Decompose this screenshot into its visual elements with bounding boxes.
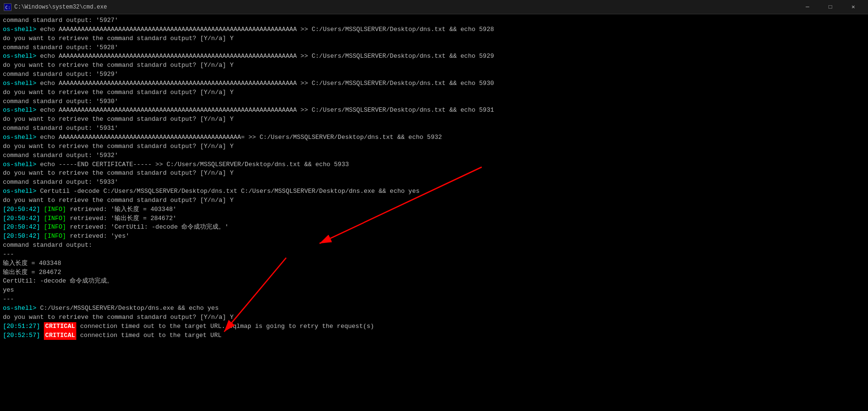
terminal-text: do you want to retrieve the command stan… xyxy=(3,196,234,205)
terminal-text: command standard output: '5929' xyxy=(3,70,118,79)
close-button[interactable]: ✕ xyxy=(842,0,864,14)
terminal-text: do you want to retrieve the command stan… xyxy=(3,115,234,124)
critical-message: connection timed out to the target URL. … xyxy=(76,322,374,331)
minimize-button[interactable]: ─ xyxy=(796,0,818,14)
shell-command: echo AAAAAAAAAAAAAAAAAAAAAAAAAAAAAAAAAAA… xyxy=(40,25,494,34)
terminal-line: os-shell> echo AAAAAAAAAAAAAAAAAAAAAAAAA… xyxy=(3,25,865,34)
shell-prompt: os-shell> xyxy=(3,25,40,34)
log-timestamp: [20:50:42] xyxy=(3,223,40,232)
terminal-line: do you want to retrieve the command stan… xyxy=(3,196,865,205)
terminal-text: command standard output: '5933' xyxy=(3,178,118,187)
log-tag: [INFO] xyxy=(44,214,66,223)
terminal-line: do you want to retrieve the command stan… xyxy=(3,34,865,43)
terminal-line: os-shell> echo AAAAAAAAAAAAAAAAAAAAAAAAA… xyxy=(3,106,865,115)
terminal-text: yes xyxy=(3,286,14,295)
shell-prompt: os-shell> xyxy=(3,133,40,142)
terminal-line: [20:50:42] [INFO] retrieved: '输出长度 = 284… xyxy=(3,214,865,223)
critical-message: connection timed out to the target URL xyxy=(76,331,221,340)
terminal-line: command standard output: '5927' xyxy=(3,16,865,25)
critical-badge: CRITICAL xyxy=(44,331,76,340)
shell-command: Certutil -decode C:/Users/MSSQLSERVER/De… xyxy=(40,187,420,196)
window-controls: ─ □ ✕ xyxy=(796,0,864,14)
log-tag: [INFO] xyxy=(44,223,66,232)
shell-command: echo AAAAAAAAAAAAAAAAAAAAAAAAAAAAAAAAAAA… xyxy=(40,133,442,142)
log-message: retrieved: '输出长度 = 284672' xyxy=(66,214,176,223)
terminal-text: do you want to retrieve the command stan… xyxy=(3,313,234,322)
terminal-line: --- xyxy=(3,295,865,304)
terminal-text: CertUtil: -decode 命令成功完成。 xyxy=(3,277,113,286)
shell-command: C:/Users/MSSQLSERVER/Desktop/dns.exe && … xyxy=(40,304,218,313)
terminal-line: CertUtil: -decode 命令成功完成。 xyxy=(3,277,865,286)
maximize-button[interactable]: □ xyxy=(819,0,841,14)
shell-command: echo AAAAAAAAAAAAAAAAAAAAAAAAAAAAAAAAAAA… xyxy=(40,106,494,115)
shell-prompt: os-shell> xyxy=(3,304,40,313)
window-title: C:\Windows\system32\cmd.exe xyxy=(14,4,796,11)
terminal-line: os-shell> echo AAAAAAAAAAAAAAAAAAAAAAAAA… xyxy=(3,133,865,142)
shell-command: echo AAAAAAAAAAAAAAAAAAAAAAAAAAAAAAAAAAA… xyxy=(40,52,494,61)
terminal-line: --- xyxy=(3,250,865,259)
terminal-text: command standard output: '5927' xyxy=(3,16,118,25)
terminal-line: do you want to retrieve the command stan… xyxy=(3,313,865,322)
terminal-line: do you want to retrieve the command stan… xyxy=(3,88,865,97)
terminal-line: command standard output: xyxy=(3,241,865,250)
terminal-line: [20:50:42] [INFO] retrieved: 'CertUtil: … xyxy=(3,223,865,232)
log-message: retrieved: 'yes' xyxy=(66,232,130,241)
terminal-text: do you want to retrieve the command stan… xyxy=(3,34,234,43)
cmd-icon: C: xyxy=(4,3,11,11)
terminal-line: command standard output: '5929' xyxy=(3,70,865,79)
log-tag: [INFO] xyxy=(44,205,66,214)
log-message: retrieved: 'CertUtil: -decode 命令成功完成。' xyxy=(66,223,229,232)
terminal-line: do you want to retrieve the command stan… xyxy=(3,115,865,124)
terminal-line: 输出长度 = 284672 xyxy=(3,268,865,277)
terminal-text: do you want to retrieve the command stan… xyxy=(3,169,234,178)
terminal-line: os-shell> echo -----END CERTIFICATE-----… xyxy=(3,160,865,169)
terminal-text: --- xyxy=(3,250,14,259)
shell-prompt: os-shell> xyxy=(3,79,40,88)
terminal-line: 输入长度 = 403348 xyxy=(3,259,865,268)
log-message: retrieved: '输入长度 = 403348' xyxy=(66,205,176,214)
terminal-text: --- xyxy=(3,295,14,304)
terminal-line: do you want to retrieve the command stan… xyxy=(3,61,865,70)
log-timestamp: [20:50:42] xyxy=(3,205,40,214)
terminal-line: os-shell> C:/Users/MSSQLSERVER/Desktop/d… xyxy=(3,304,865,313)
terminal-text: command standard output: '5931' xyxy=(3,124,118,133)
terminal-line: yes xyxy=(3,286,865,295)
terminal-text: command standard output: '5930' xyxy=(3,97,118,106)
shell-prompt: os-shell> xyxy=(3,160,40,169)
log-timestamp: [20:50:42] xyxy=(3,214,40,223)
shell-command: echo -----END CERTIFICATE----- >> C:/Use… xyxy=(40,160,349,169)
terminal-line: do you want to retrieve the command stan… xyxy=(3,169,865,178)
terminal-line: [20:52:57] CRITICAL connection timed out… xyxy=(3,331,865,340)
log-timestamp: [20:51:27] xyxy=(3,322,40,331)
shell-prompt: os-shell> xyxy=(3,52,40,61)
terminal-line: command standard output: '5930' xyxy=(3,97,865,106)
terminal-line: do you want to retrieve the command stan… xyxy=(3,142,865,151)
terminal-line: command standard output: '5933' xyxy=(3,178,865,187)
svg-text:C:: C: xyxy=(5,5,10,10)
terminal-line: [20:50:42] [INFO] retrieved: 'yes' xyxy=(3,232,865,241)
shell-prompt: os-shell> xyxy=(3,106,40,115)
shell-prompt: os-shell> xyxy=(3,187,40,196)
terminal-line: [20:51:27] CRITICAL connection timed out… xyxy=(3,322,865,331)
terminal-line: command standard output: '5928' xyxy=(3,43,865,53)
terminal-text: do you want to retrieve the command stan… xyxy=(3,142,234,151)
terminal-text: command standard output: '5932' xyxy=(3,151,118,160)
terminal[interactable]: command standard output: '5927'os-shell>… xyxy=(0,14,868,411)
terminal-text: 输入长度 = 403348 xyxy=(3,259,61,268)
terminal-line: os-shell> echo AAAAAAAAAAAAAAAAAAAAAAAAA… xyxy=(3,52,865,61)
log-tag: [INFO] xyxy=(44,232,66,241)
terminal-line: command standard output: '5931' xyxy=(3,124,865,133)
critical-badge: CRITICAL xyxy=(44,322,76,331)
shell-command: echo AAAAAAAAAAAAAAAAAAAAAAAAAAAAAAAAAAA… xyxy=(40,79,494,88)
terminal-line: os-shell> Certutil -decode C:/Users/MSSQ… xyxy=(3,187,865,196)
terminal-line: command standard output: '5932' xyxy=(3,151,865,160)
terminal-line: [20:50:42] [INFO] retrieved: '输入长度 = 403… xyxy=(3,205,865,214)
terminal-text: command standard output: '5928' xyxy=(3,43,118,53)
terminal-text: 输出长度 = 284672 xyxy=(3,268,61,277)
terminal-text: do you want to retrieve the command stan… xyxy=(3,88,234,97)
terminal-text: command standard output: xyxy=(3,241,92,250)
terminal-wrapper: command standard output: '5927'os-shell>… xyxy=(0,14,868,411)
log-timestamp: [20:52:57] xyxy=(3,331,40,340)
log-timestamp: [20:50:42] xyxy=(3,232,40,241)
terminal-text: do you want to retrieve the command stan… xyxy=(3,61,234,70)
